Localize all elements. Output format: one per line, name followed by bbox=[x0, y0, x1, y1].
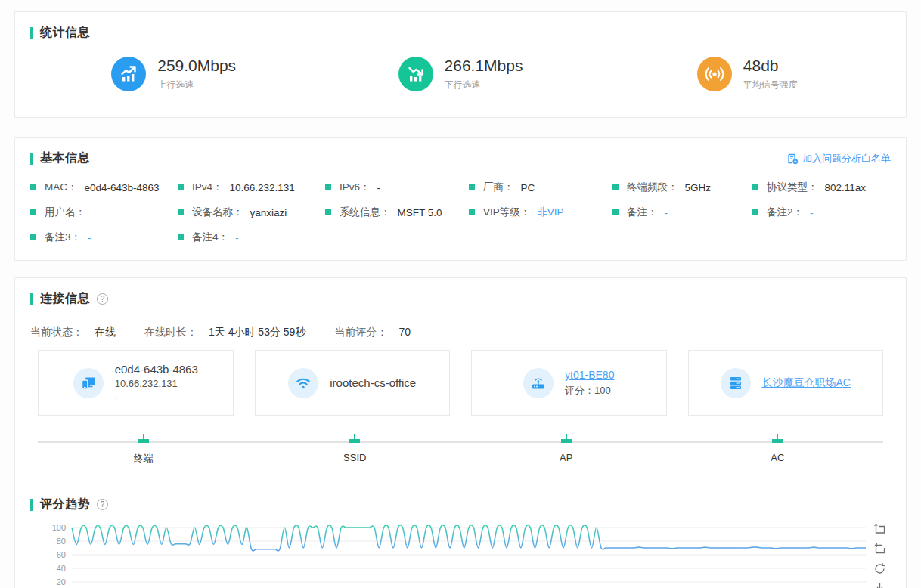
bullet-square bbox=[469, 209, 475, 215]
topology-cards: e0d4-643b-4863 10.66.232.131 - irootech-… bbox=[38, 350, 883, 416]
signal-label: 平均信号强度 bbox=[743, 79, 798, 91]
stats-panel: 统计信息 259.0Mbps 上行选速 bbox=[14, 11, 907, 118]
terminal-extra: - bbox=[115, 391, 198, 403]
terminal-devices-icon bbox=[73, 368, 104, 398]
bullet-square bbox=[612, 209, 619, 215]
connection-status-row: 当前状态：在线 在线时长：1天 4小时 53分 59秒 当前评分：70 bbox=[15, 326, 906, 339]
field-mac: MAC：e0d4-643b-4863 bbox=[30, 181, 178, 194]
bullet-square bbox=[178, 184, 184, 190]
trend-line-canvas[interactable]: 02040608010006/22 00:0006/22 01:0006/22 … bbox=[30, 521, 877, 588]
uplink-value: 259.0Mbps bbox=[157, 57, 236, 75]
basic-fields-grid: MAC：e0d4-643b-4863 IPv4：10.66.232.131 IP… bbox=[15, 181, 906, 244]
field-remark: 备注：- bbox=[612, 206, 752, 219]
terminal-mac: e0d4-643b-4863 bbox=[115, 363, 198, 376]
connection-header: 连接信息 ? bbox=[15, 278, 906, 307]
score-trend-chart[interactable]: 02040608010006/22 00:0006/22 01:0006/22 … bbox=[30, 521, 891, 588]
basic-info-panel: 基本信息 加入问题分析白名单 MAC：e0d4-643b-4863 IPv4：1… bbox=[14, 137, 907, 261]
field-vendor: 厂商：PC bbox=[469, 181, 612, 194]
field-remark2: 备注2：- bbox=[752, 206, 891, 219]
bullet-square bbox=[469, 184, 475, 190]
connection-panel: 连接信息 ? 当前状态：在线 在线时长：1天 4小时 53分 59秒 当前评分：… bbox=[14, 277, 907, 588]
bullet-square bbox=[325, 184, 331, 190]
help-icon[interactable]: ? bbox=[97, 293, 108, 305]
field-device-name: 设备名称：yanxiazi bbox=[178, 206, 325, 219]
zoom-reset-icon[interactable] bbox=[873, 543, 886, 556]
signal-strength-icon bbox=[697, 57, 732, 91]
uplink-label: 上行选速 bbox=[157, 79, 236, 91]
ac-card: 长沙魔豆仓职场AC bbox=[688, 350, 884, 416]
node-ap: AP bbox=[460, 434, 672, 469]
ap-score: 评分：100 bbox=[565, 384, 614, 398]
ssid-name: irootech-cs-office bbox=[330, 376, 416, 389]
trend-header: 评分趋势 ? bbox=[15, 484, 906, 512]
bullet-square bbox=[30, 234, 36, 240]
field-remark4: 备注4：- bbox=[178, 231, 325, 244]
ap-name-link[interactable]: yt01-BE80 bbox=[565, 369, 614, 381]
topology-connector: 终端 SSID AP AC bbox=[38, 434, 883, 469]
downlink-stat: 266.1Mbps 下行选速 bbox=[317, 57, 603, 91]
svg-text:40: 40 bbox=[57, 564, 66, 573]
node-marker-icon bbox=[561, 434, 572, 443]
bullet-square bbox=[612, 184, 619, 190]
node-ac: AC bbox=[672, 434, 884, 469]
stats-row: 259.0Mbps 上行选速 266.1Mbps 下行选速 bbox=[15, 57, 906, 91]
current-status: 当前状态：在线 bbox=[30, 326, 116, 339]
node-marker-icon bbox=[772, 434, 783, 443]
wifi-icon bbox=[288, 368, 318, 398]
terminal-ip: 10.66.232.131 bbox=[115, 378, 198, 389]
download-icon[interactable] bbox=[873, 582, 886, 588]
section-accent-bar bbox=[30, 153, 33, 165]
field-system-info: 系统信息：MSFT 5.0 bbox=[325, 206, 469, 219]
trend-title: 评分趋势 bbox=[40, 497, 90, 512]
node-terminal: 终端 bbox=[38, 434, 250, 469]
downlink-value: 266.1Mbps bbox=[445, 57, 523, 75]
field-vip-level: VIP等级：非VIP bbox=[469, 206, 612, 219]
svg-text:60: 60 bbox=[57, 550, 66, 559]
uplink-trend-icon bbox=[111, 57, 146, 91]
section-accent-bar bbox=[30, 499, 33, 511]
downlink-label: 下行选速 bbox=[445, 79, 523, 91]
ap-router-icon bbox=[523, 368, 554, 398]
ac-name-link[interactable]: 长沙魔豆仓职场AC bbox=[762, 376, 851, 390]
stats-header: 统计信息 bbox=[15, 12, 906, 41]
bullet-square bbox=[30, 209, 36, 215]
bullet-square bbox=[30, 184, 36, 190]
zoom-box-icon[interactable] bbox=[873, 523, 886, 536]
restore-icon[interactable] bbox=[873, 562, 886, 575]
basic-header: 基本信息 加入问题分析白名单 bbox=[15, 138, 906, 166]
signal-stat: 48db 平均信号强度 bbox=[604, 57, 891, 91]
bullet-square bbox=[325, 209, 331, 215]
node-marker-icon bbox=[349, 434, 360, 443]
field-ipv4: IPv4：10.66.232.131 bbox=[178, 181, 325, 194]
document-add-icon bbox=[786, 153, 799, 165]
field-username: 用户名： bbox=[30, 206, 178, 219]
ac-server-icon bbox=[721, 368, 751, 398]
bullet-square bbox=[178, 209, 184, 215]
svg-text:20: 20 bbox=[57, 577, 66, 586]
connection-title: 连接信息 bbox=[40, 291, 90, 307]
help-icon[interactable]: ? bbox=[97, 499, 108, 510]
field-remark3: 备注3：- bbox=[30, 231, 178, 244]
stats-title: 统计信息 bbox=[40, 25, 90, 41]
terminal-card: e0d4-643b-4863 10.66.232.131 - bbox=[38, 350, 234, 416]
field-protocol: 协议类型：802.11ax bbox=[752, 181, 891, 194]
bullet-square bbox=[752, 184, 758, 190]
ssid-card: irootech-cs-office bbox=[255, 350, 451, 416]
section-accent-bar bbox=[30, 293, 33, 305]
svg-text:80: 80 bbox=[57, 537, 66, 546]
svg-text:100: 100 bbox=[52, 523, 66, 532]
basic-title: 基本信息 bbox=[40, 150, 90, 166]
online-duration: 在线时长：1天 4小时 53分 59秒 bbox=[144, 326, 305, 339]
field-band: 终端频段：5GHz bbox=[612, 181, 752, 194]
section-accent-bar bbox=[30, 27, 33, 39]
signal-value: 48db bbox=[743, 57, 798, 75]
bullet-square bbox=[752, 209, 758, 215]
field-ipv6: IPv6：- bbox=[325, 181, 469, 194]
bullet-square bbox=[178, 234, 184, 240]
ap-card: yt01-BE80 评分：100 bbox=[471, 350, 667, 416]
add-whitelist-label: 加入问题分析白名单 bbox=[802, 152, 891, 166]
current-score: 当前评分：70 bbox=[334, 326, 411, 339]
add-whitelist-link[interactable]: 加入问题分析白名单 bbox=[786, 152, 891, 166]
uplink-stat: 259.0Mbps 上行选速 bbox=[30, 57, 317, 91]
downlink-trend-icon bbox=[398, 57, 433, 91]
